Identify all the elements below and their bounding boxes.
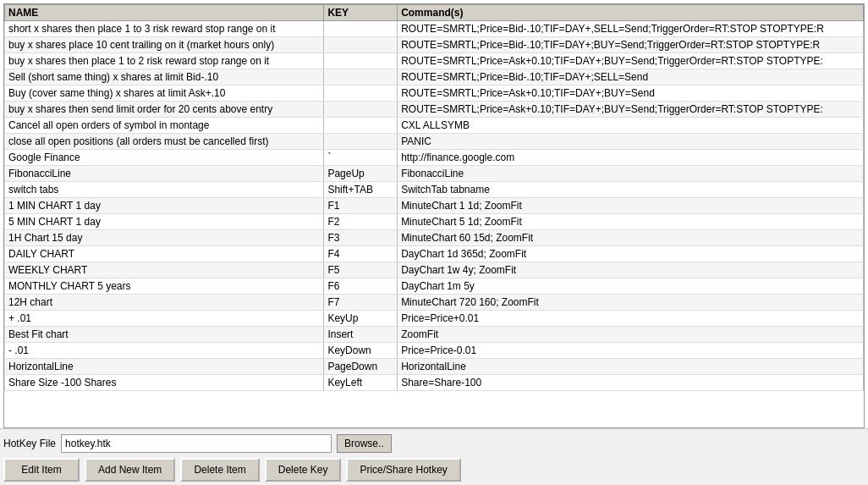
table-wrapper[interactable]: NAME KEY Command(s) short x shares then … bbox=[3, 3, 865, 428]
table-row[interactable]: Best Fit chartInsertZoomFit bbox=[5, 327, 864, 343]
row-cmd: MinuteChart 60 15d; ZoomFit bbox=[398, 230, 864, 246]
table-row[interactable]: Share Size -100 SharesKeyLeftShare=Share… bbox=[5, 375, 864, 391]
row-cmd: MinuteChart 5 1d; ZoomFit bbox=[398, 214, 864, 230]
row-cmd: ZoomFit bbox=[398, 327, 864, 343]
col-header-name: NAME bbox=[5, 5, 324, 21]
table-row[interactable]: + .01KeyUpPrice=Price+0.01 bbox=[5, 311, 864, 327]
row-key: F6 bbox=[324, 278, 398, 295]
table-row[interactable]: Google Finance`http://finance.google.com bbox=[5, 150, 864, 166]
row-name: Cancel all open orders of symbol in mont… bbox=[5, 118, 324, 134]
row-name: Google Finance bbox=[5, 150, 324, 166]
hotkey-table: NAME KEY Command(s) short x shares then … bbox=[4, 4, 864, 391]
row-key: F2 bbox=[324, 214, 398, 230]
row-cmd: ROUTE=SMRTL;Price=Bid-.10;TIF=DAY+,SELL=… bbox=[398, 21, 864, 37]
table-row[interactable]: 12H chartF7MinuteChart 720 160; ZoomFit bbox=[5, 295, 864, 311]
row-cmd: DayChart 1m 5y bbox=[398, 278, 864, 295]
table-row[interactable]: 1H Chart 15 dayF3MinuteChart 60 15d; Zoo… bbox=[5, 230, 864, 246]
row-cmd: MinuteChart 1 1d; ZoomFit bbox=[398, 198, 864, 214]
row-key bbox=[324, 102, 398, 118]
action-buttons-row: Edit Item Add New Item Delete Item Delet… bbox=[3, 458, 865, 482]
table-row[interactable]: short x shares then place 1 to 3 risk re… bbox=[5, 21, 864, 37]
row-name: + .01 bbox=[5, 311, 324, 327]
hotkey-file-input[interactable] bbox=[61, 434, 332, 453]
row-key: PageUp bbox=[324, 166, 398, 182]
row-key bbox=[324, 118, 398, 134]
row-name: Buy (cover same thing) x shares at limit… bbox=[5, 85, 324, 102]
table-row[interactable]: buy x shares place 10 cent trailing on i… bbox=[5, 37, 864, 53]
row-key: F4 bbox=[324, 246, 398, 262]
row-name: HorizontalLine bbox=[5, 359, 324, 375]
row-cmd: HorizontalLine bbox=[398, 359, 864, 375]
row-cmd: Share=Share-100 bbox=[398, 375, 864, 391]
row-cmd: http://finance.google.com bbox=[398, 150, 864, 166]
footer: HotKey File Browse.. Edit Item Add New I… bbox=[0, 428, 868, 485]
row-cmd: ROUTE=SMRTL;Price=Bid-.10;TIF=DAY+;SELL=… bbox=[398, 69, 864, 85]
row-key bbox=[324, 53, 398, 69]
row-key: ` bbox=[324, 150, 398, 166]
table-row[interactable]: Buy (cover same thing) x shares at limit… bbox=[5, 85, 864, 102]
row-key: KeyDown bbox=[324, 343, 398, 359]
row-name: short x shares then place 1 to 3 risk re… bbox=[5, 21, 324, 37]
add-new-item-button[interactable]: Add New Item bbox=[85, 458, 175, 482]
row-key bbox=[324, 37, 398, 53]
row-cmd: ROUTE=SMRTL;Price=Ask+0.10;TIF=DAY+;BUY=… bbox=[398, 85, 864, 102]
table-row[interactable]: DAILY CHARTF4DayChart 1d 365d; ZoomFit bbox=[5, 246, 864, 262]
row-cmd: ROUTE=SMRTL;Price=Ask+0.10;TIF=DAY+;BUY=… bbox=[398, 53, 864, 69]
row-name: DAILY CHART bbox=[5, 246, 324, 262]
table-row[interactable]: MONTHLY CHART 5 yearsF6DayChart 1m 5y bbox=[5, 278, 864, 295]
row-key: KeyUp bbox=[324, 311, 398, 327]
row-cmd: CXL ALLSYMB bbox=[398, 118, 864, 134]
row-key: KeyLeft bbox=[324, 375, 398, 391]
table-row[interactable]: close all open positions (all orders mus… bbox=[5, 134, 864, 150]
table-row[interactable]: - .01KeyDownPrice=Price-0.01 bbox=[5, 343, 864, 359]
table-row[interactable]: switch tabsShift+TABSwitchTab tabname bbox=[5, 182, 864, 198]
col-header-key: KEY bbox=[324, 5, 398, 21]
row-name: WEEKLY CHART bbox=[5, 262, 324, 278]
row-name: 12H chart bbox=[5, 295, 324, 311]
row-name: switch tabs bbox=[5, 182, 324, 198]
row-key: F3 bbox=[324, 230, 398, 246]
main-container: NAME KEY Command(s) short x shares then … bbox=[0, 0, 868, 485]
row-key bbox=[324, 69, 398, 85]
row-cmd: Price=Price+0.01 bbox=[398, 311, 864, 327]
row-name: buy x shares then place 1 to 2 risk rewa… bbox=[5, 53, 324, 69]
table-row[interactable]: buy x shares then send limit order for 2… bbox=[5, 102, 864, 118]
table-row[interactable]: Sell (short same thing) x shares at limi… bbox=[5, 69, 864, 85]
row-key: F7 bbox=[324, 295, 398, 311]
table-row[interactable]: 1 MIN CHART 1 dayF1MinuteChart 1 1d; Zoo… bbox=[5, 198, 864, 214]
row-name: 5 MIN CHART 1 day bbox=[5, 214, 324, 230]
row-name: buy x shares then send limit order for 2… bbox=[5, 102, 324, 118]
row-name: Sell (short same thing) x shares at limi… bbox=[5, 69, 324, 85]
row-name: 1H Chart 15 day bbox=[5, 230, 324, 246]
row-cmd: DayChart 1w 4y; ZoomFit bbox=[398, 262, 864, 278]
row-cmd: SwitchTab tabname bbox=[398, 182, 864, 198]
hotkey-file-label: HotKey File bbox=[3, 438, 56, 449]
row-cmd: Price=Price-0.01 bbox=[398, 343, 864, 359]
table-row[interactable]: HorizontalLinePageDownHorizontalLine bbox=[5, 359, 864, 375]
row-name: Best Fit chart bbox=[5, 327, 324, 343]
row-key bbox=[324, 21, 398, 37]
table-row[interactable]: Cancel all open orders of symbol in mont… bbox=[5, 118, 864, 134]
row-cmd: MinuteChart 720 160; ZoomFit bbox=[398, 295, 864, 311]
row-key bbox=[324, 85, 398, 102]
row-key: Insert bbox=[324, 327, 398, 343]
price-share-hotkey-button[interactable]: Price/Share Hotkey bbox=[346, 458, 460, 482]
delete-item-button[interactable]: Delete Item bbox=[180, 458, 259, 482]
row-name: 1 MIN CHART 1 day bbox=[5, 198, 324, 214]
delete-key-button[interactable]: Delete Key bbox=[265, 458, 342, 482]
row-key: F5 bbox=[324, 262, 398, 278]
table-row[interactable]: buy x shares then place 1 to 2 risk rewa… bbox=[5, 53, 864, 69]
table-row[interactable]: WEEKLY CHARTF5DayChart 1w 4y; ZoomFit bbox=[5, 262, 864, 278]
table-row[interactable]: FibonacciLinePageUpFibonacciLine bbox=[5, 166, 864, 182]
row-name: FibonacciLine bbox=[5, 166, 324, 182]
row-key: PageDown bbox=[324, 359, 398, 375]
edit-item-button[interactable]: Edit Item bbox=[3, 458, 80, 482]
row-name: MONTHLY CHART 5 years bbox=[5, 278, 324, 295]
col-header-cmd: Command(s) bbox=[398, 5, 864, 21]
row-key: F1 bbox=[324, 198, 398, 214]
table-row[interactable]: 5 MIN CHART 1 dayF2MinuteChart 5 1d; Zoo… bbox=[5, 214, 864, 230]
browse-button[interactable]: Browse.. bbox=[337, 434, 392, 453]
row-cmd: FibonacciLine bbox=[398, 166, 864, 182]
row-cmd: ROUTE=SMRTL;Price=Bid-.10;TIF=DAY+;BUY=S… bbox=[398, 37, 864, 53]
row-key bbox=[324, 134, 398, 150]
